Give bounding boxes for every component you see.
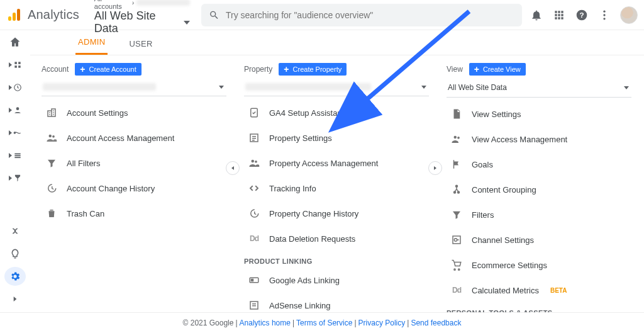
nav-collapse[interactable]	[6, 290, 25, 308]
label: AdSense Linking	[269, 301, 331, 310]
label: Calculated Metrics	[472, 286, 539, 295]
account-change-history[interactable]: Account Change History	[42, 176, 231, 201]
view-access-management[interactable]: View Access Management	[447, 127, 636, 152]
cart-icon	[450, 259, 463, 271]
analytics-logo-icon	[6, 8, 21, 23]
top-actions: ?	[530, 6, 638, 24]
view-filters[interactable]: Filters	[447, 202, 636, 227]
goals[interactable]: Goals	[447, 152, 636, 177]
avatar[interactable]	[620, 6, 638, 24]
account-access-management[interactable]: Account Access Management	[42, 125, 231, 150]
tracking-info[interactable]: Tracking Info	[244, 176, 434, 201]
personal-tools-header: PERSONAL TOOLS & ASSETS	[447, 303, 636, 312]
create-account-button[interactable]: +Create Account	[75, 63, 141, 76]
history-icon	[45, 182, 58, 195]
settings-list-icon	[248, 132, 260, 144]
label: Data Deletion Requests	[269, 234, 355, 244]
help-icon[interactable]: ?	[575, 8, 589, 22]
people-icon	[248, 157, 260, 169]
footer-link-terms[interactable]: Terms of Service	[296, 319, 352, 327]
google-ads-linking[interactable]: Google Ads Linking	[244, 268, 434, 293]
view-column: View +Create View All Web Site Data View…	[435, 60, 638, 312]
transfer-left-button[interactable]	[226, 161, 240, 175]
svg-point-36	[456, 185, 458, 187]
all-filters[interactable]: All Filters	[42, 150, 231, 176]
nav-reports[interactable]	[6, 55, 25, 74]
tab-admin[interactable]: ADMIN	[75, 31, 108, 55]
nav-audience[interactable]	[6, 101, 25, 120]
apps-icon[interactable]	[552, 8, 566, 22]
search-input[interactable]	[226, 10, 514, 20]
footer-link-analytics-home[interactable]: Analytics home	[240, 319, 291, 327]
property-selector[interactable]	[244, 79, 429, 96]
trash-icon	[45, 207, 58, 220]
nav-attribution[interactable]	[6, 222, 25, 240]
svg-point-40	[454, 239, 457, 242]
svg-point-13	[16, 107, 19, 110]
adsense-linking[interactable]: AdSense Linking	[244, 293, 434, 312]
channel-settings[interactable]: Channel Settings	[447, 227, 636, 252]
admin-columns: Account +Create Account Account Settings…	[30, 55, 644, 312]
label: View Settings	[472, 110, 521, 119]
account-settings[interactable]: Account Settings	[42, 100, 231, 125]
label: Tracking Info	[269, 184, 316, 193]
product-linking-header: PRODUCT LINKING	[244, 251, 434, 268]
flag-icon	[450, 158, 463, 171]
label: View Access Management	[472, 135, 567, 144]
create-view-button[interactable]: +Create View	[469, 63, 526, 76]
property-access-management[interactable]: Property Access Management	[244, 150, 434, 176]
svg-point-34	[454, 136, 457, 139]
nav-admin[interactable]	[4, 267, 26, 286]
calculated-metrics[interactable]: DdCalculated MetricsBETA	[447, 278, 636, 303]
caret-down-icon	[184, 21, 190, 25]
label: Ecommerce Settings	[472, 261, 547, 270]
svg-rect-10	[14, 65, 17, 68]
account-selector[interactable]	[42, 79, 226, 96]
svg-point-20	[52, 135, 55, 138]
account-column: Account +Create Account Account Settings…	[30, 60, 233, 312]
transfer-right-button[interactable]	[428, 161, 442, 175]
nav-realtime[interactable]	[6, 78, 25, 97]
ecommerce-settings[interactable]: Ecommerce Settings	[447, 252, 636, 278]
svg-text:?: ?	[579, 11, 584, 19]
nav-discover[interactable]	[6, 244, 25, 263]
property-title: Property	[244, 65, 272, 74]
svg-point-6	[603, 14, 605, 16]
nav-acquisition[interactable]	[6, 123, 25, 142]
trash-can[interactable]: Trash Can	[42, 201, 231, 226]
ga4-setup-assistant[interactable]: GA4 Setup Assistant	[244, 100, 434, 125]
nav-conversions[interactable]	[6, 169, 25, 188]
view-selector[interactable]: All Web Site Data	[447, 79, 631, 98]
caret-down-icon	[421, 86, 426, 89]
property-settings[interactable]: Property Settings	[244, 125, 434, 150]
brand: Analytics	[6, 8, 79, 23]
svg-point-26	[252, 160, 255, 163]
breadcrumb: All accounts ›	[94, 0, 190, 10]
create-view-label: Create View	[483, 65, 521, 73]
notifications-icon[interactable]	[530, 8, 543, 22]
channel-icon	[450, 234, 463, 246]
label: Account Access Management	[67, 133, 174, 143]
people-icon	[450, 133, 463, 145]
nav-home[interactable]	[6, 33, 25, 52]
account-title: Account	[42, 65, 69, 74]
view-settings[interactable]: View Settings	[447, 101, 636, 127]
data-deletion-requests[interactable]: DdData Deletion Requests	[244, 226, 434, 251]
search-box[interactable]	[201, 4, 522, 26]
more-vert-icon[interactable]	[597, 8, 611, 22]
svg-rect-11	[18, 65, 21, 68]
label: GA4 Setup Assistant	[269, 108, 344, 118]
footer-link-privacy[interactable]: Privacy Policy	[358, 319, 406, 327]
create-property-button[interactable]: +Create Property	[279, 63, 347, 76]
nav-behavior[interactable]	[6, 146, 25, 165]
label: Filters	[472, 210, 494, 220]
svg-point-37	[454, 191, 456, 193]
content-grouping[interactable]: Content Grouping	[447, 177, 636, 202]
property-change-history[interactable]: Property Change History	[244, 201, 434, 226]
tab-user[interactable]: USER	[126, 33, 155, 55]
label: Trash Can	[67, 209, 104, 218]
label: Google Ads Linking	[269, 276, 340, 285]
svg-point-27	[255, 161, 257, 163]
view-selected-label: All Web Site Data	[448, 83, 507, 92]
footer-link-feedback[interactable]: Send feedback	[411, 319, 461, 327]
